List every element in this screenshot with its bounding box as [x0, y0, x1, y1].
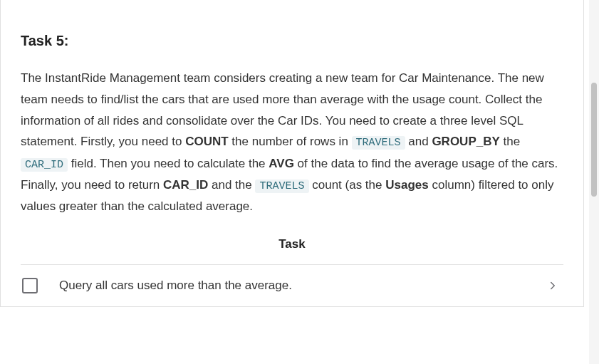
task-title: Task 5: [21, 33, 563, 49]
scrollbar-thumb[interactable] [591, 83, 597, 197]
bold-token: COUNT [185, 135, 228, 148]
text-token: and [405, 135, 432, 148]
task-panel: Task 5: The InstantRide Management team … [0, 0, 584, 307]
text-token: field. Then you need to calculate the [68, 157, 269, 170]
code-token: TRAVELS [352, 136, 405, 150]
task-checkbox[interactable] [22, 278, 38, 293]
code-token: TRAVELS [255, 180, 308, 193]
bold-token: Usages [385, 178, 428, 192]
chevron-right-icon [546, 279, 559, 292]
code-token: CAR_ID [21, 158, 68, 172]
bold-token: CAR_ID [163, 178, 208, 192]
task-item-label: Query all cars used more than the averag… [59, 279, 525, 293]
text-token: count (as the [309, 178, 386, 192]
text-token: and the [208, 178, 255, 192]
bold-token: AVG [269, 157, 294, 170]
task-description: The InstantRide Management team consider… [21, 68, 563, 217]
text-token: the number of rows in [229, 135, 352, 148]
text-token: the [500, 135, 520, 148]
bold-token: GROUP_BY [432, 135, 499, 148]
task-subheading: Task [21, 237, 563, 251]
scrollbar-track[interactable] [589, 0, 599, 364]
task-item-row[interactable]: Query all cars used more than the averag… [21, 264, 563, 306]
